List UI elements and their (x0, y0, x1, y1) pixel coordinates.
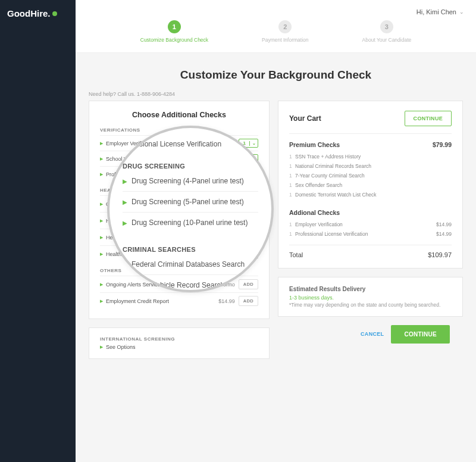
intl-panel: INTERNATIONAL SCREENING ▶ See Options (89, 327, 270, 359)
cart-panel: Your Cart CONTINUE Premium Checks $79.99… (278, 101, 463, 269)
mag-crim-row[interactable]: ▶Federal Criminal Databases Search (123, 254, 258, 275)
additional-header: Addional Checks (289, 209, 340, 216)
step-label: Payment Information (262, 37, 308, 43)
check-item-price: $14.99 (218, 298, 235, 304)
triangle-right-icon: ▶ (100, 141, 103, 146)
continue-button[interactable]: CONTINUE (391, 325, 450, 344)
magnifier-overlay: fessional License Verification DRUG SCRE… (107, 126, 274, 292)
check-item-row: ▶Employment Credit Report $14.99ADD (100, 292, 258, 309)
premium-price: $79.99 (433, 141, 452, 148)
topbar: Hi, Kimi Chen ⌄ (76, 0, 476, 18)
cart-title: Your Cart (289, 114, 321, 123)
help-text: Need help? Call us. 1-888-906-4284 (89, 91, 476, 97)
delivery-header: Estimated Results Delivery (289, 286, 452, 292)
check-item-name[interactable]: ▶Employment Credit Report (100, 298, 215, 304)
step[interactable]: 3 About Your Candidate (362, 20, 412, 43)
cart-item: Employer Verification$14.99 (289, 220, 452, 229)
user-greeting[interactable]: Hi, Kimi Chen (416, 8, 456, 15)
cart-item: Domestic Terrorist Watch List Check (289, 190, 452, 199)
chevron-down-icon: ⌄ (249, 141, 256, 146)
triangle-right-icon: ▶ (100, 157, 103, 161)
step-label: About Your Candidate (362, 37, 412, 43)
bottom-actions: CANCEL CONTINUE (278, 325, 463, 344)
add-button[interactable]: ADD (239, 296, 258, 306)
step-number-icon: 3 (380, 20, 393, 33)
chevron-down-icon[interactable]: ⌄ (459, 9, 464, 15)
triangle-right-icon: ▶ (100, 235, 103, 240)
triangle-right-icon: ▶ (100, 299, 103, 304)
step-number-icon: 1 (168, 20, 181, 33)
add-button[interactable]: ADD (239, 279, 258, 289)
mag-fragment: fessional License Verification (130, 139, 258, 152)
steps: 1 Customize Background Check2 Payment In… (76, 18, 476, 53)
triangle-right-icon: ▶ (123, 220, 127, 226)
triangle-right-icon: ▶ (100, 218, 103, 223)
triangle-right-icon: ▶ (100, 252, 103, 257)
mag-crim-header: CRIMINAL SEARCHES (123, 246, 258, 253)
right-column: Your Cart CONTINUE Premium Checks $79.99… (278, 101, 463, 344)
intl-header: INTERNATIONAL SCREENING (100, 336, 258, 342)
total-value: $109.97 (428, 251, 452, 258)
logo-text: GoodHire. (7, 8, 51, 18)
step[interactable]: 2 Payment Information (262, 20, 308, 43)
delivery-panel: Estimated Results Delivery 1-3 business … (278, 277, 463, 317)
logo: GoodHire. (0, 0, 76, 27)
logo-dot-icon (52, 11, 57, 16)
intl-see-options[interactable]: ▶ See Options (100, 344, 258, 350)
cart-continue-button[interactable]: CONTINUE (405, 111, 452, 126)
mag-drug-row[interactable]: ▶Drug Screening (10-Panel urine test) (123, 213, 258, 233)
delivery-days: 1-3 business days. (289, 295, 452, 301)
total-label: Total (289, 251, 303, 258)
step-label: Customize Background Check (140, 37, 208, 43)
triangle-right-icon: ▶ (123, 178, 127, 185)
step-number-icon: 2 (278, 20, 292, 33)
cancel-button[interactable]: CANCEL (361, 331, 384, 337)
triangle-right-icon: ▶ (100, 202, 103, 207)
premium-header: Premium Checks (289, 141, 340, 148)
cart-item: SSN Trace + Address History (289, 152, 452, 161)
mag-drug-row[interactable]: ▶Drug Screening (4-Panel urine test) (123, 171, 258, 192)
mag-drug-row[interactable]: ▶Drug Screening (5-Panel urine test) (123, 192, 258, 213)
triangle-right-icon: ▶ (100, 345, 103, 349)
cart-item: 7-Year County Criminal Search (289, 171, 452, 180)
triangle-right-icon: ▶ (100, 282, 103, 287)
mag-drug-header: DRUG SCREENING (123, 163, 258, 170)
triangle-right-icon: ▶ (123, 199, 127, 205)
delivery-note: *Time may vary depending on the state an… (289, 302, 452, 309)
step[interactable]: 1 Customize Background Check (140, 20, 208, 43)
page-title: Customize Your Background Check (76, 68, 476, 82)
sidebar: GoodHire. (0, 0, 76, 462)
checks-panel-title: Choose Additional Checks (100, 111, 258, 119)
triangle-right-icon: ▶ (100, 172, 103, 177)
cart-item: Professional License Verification$14.99 (289, 229, 452, 239)
cart-item: National Criminal Records Search (289, 161, 452, 171)
cart-item: Sex Offender Search (289, 180, 452, 190)
